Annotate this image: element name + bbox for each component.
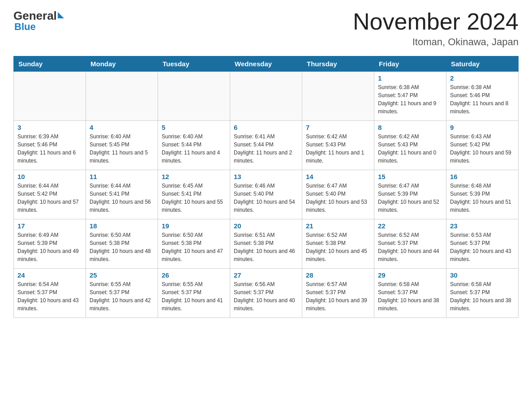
weekday-header-friday: Friday: [374, 56, 446, 72]
day-info: Sunrise: 6:55 AM Sunset: 5:37 PM Dayligh…: [162, 280, 226, 313]
day-number: 5: [162, 124, 226, 131]
day-number: 30: [450, 271, 515, 279]
day-number: 26: [162, 271, 226, 279]
calendar-cell: 9Sunrise: 6:43 AM Sunset: 5:42 PM Daylig…: [446, 121, 519, 170]
calendar-table: SundayMondayTuesdayWednesdayThursdayFrid…: [13, 56, 519, 318]
calendar-cell: 25Sunrise: 6:55 AM Sunset: 5:37 PM Dayli…: [86, 269, 158, 318]
day-info: Sunrise: 6:54 AM Sunset: 5:37 PM Dayligh…: [17, 280, 82, 313]
day-number: 3: [17, 124, 82, 131]
calendar-cell: 29Sunrise: 6:58 AM Sunset: 5:37 PM Dayli…: [374, 269, 446, 318]
calendar-cell: 19Sunrise: 6:50 AM Sunset: 5:38 PM Dayli…: [158, 219, 230, 269]
calendar-cell: 11Sunrise: 6:44 AM Sunset: 5:41 PM Dayli…: [86, 170, 158, 219]
month-title: November 2024: [353, 9, 519, 34]
day-number: 10: [17, 173, 82, 180]
calendar-cell: 22Sunrise: 6:52 AM Sunset: 5:37 PM Dayli…: [374, 219, 446, 269]
day-number: 25: [90, 271, 154, 279]
calendar-cell: 26Sunrise: 6:55 AM Sunset: 5:37 PM Dayli…: [158, 269, 230, 318]
day-info: Sunrise: 6:47 AM Sunset: 5:39 PM Dayligh…: [378, 182, 442, 214]
day-info: Sunrise: 6:51 AM Sunset: 5:38 PM Dayligh…: [234, 231, 298, 263]
calendar-cell: 30Sunrise: 6:58 AM Sunset: 5:37 PM Dayli…: [446, 269, 519, 318]
day-number: 15: [378, 173, 442, 180]
calendar-header-row: SundayMondayTuesdayWednesdayThursdayFrid…: [14, 56, 519, 72]
day-info: Sunrise: 6:42 AM Sunset: 5:43 PM Dayligh…: [378, 133, 442, 165]
day-number: 17: [17, 222, 82, 230]
day-number: 4: [90, 124, 154, 131]
calendar-cell: 21Sunrise: 6:52 AM Sunset: 5:38 PM Dayli…: [302, 219, 374, 269]
calendar-cell: 12Sunrise: 6:45 AM Sunset: 5:41 PM Dayli…: [158, 170, 230, 219]
day-number: 14: [306, 173, 370, 180]
calendar-cell: 14Sunrise: 6:47 AM Sunset: 5:40 PM Dayli…: [302, 170, 374, 219]
calendar-cell: 6Sunrise: 6:41 AM Sunset: 5:44 PM Daylig…: [230, 121, 302, 170]
calendar-cell: 10Sunrise: 6:44 AM Sunset: 5:42 PM Dayli…: [14, 170, 86, 219]
day-info: Sunrise: 6:42 AM Sunset: 5:43 PM Dayligh…: [306, 133, 370, 165]
calendar-cell: 8Sunrise: 6:42 AM Sunset: 5:43 PM Daylig…: [374, 121, 446, 170]
weekday-header-saturday: Saturday: [446, 56, 519, 72]
day-info: Sunrise: 6:40 AM Sunset: 5:45 PM Dayligh…: [90, 133, 154, 165]
calendar-week-row: 24Sunrise: 6:54 AM Sunset: 5:37 PM Dayli…: [14, 269, 519, 318]
calendar-cell: 13Sunrise: 6:46 AM Sunset: 5:40 PM Dayli…: [230, 170, 302, 219]
day-number: 18: [90, 222, 154, 230]
day-info: Sunrise: 6:43 AM Sunset: 5:42 PM Dayligh…: [450, 133, 515, 165]
calendar-week-row: 3Sunrise: 6:39 AM Sunset: 5:46 PM Daylig…: [14, 121, 519, 170]
calendar-cell: 4Sunrise: 6:40 AM Sunset: 5:45 PM Daylig…: [86, 121, 158, 170]
calendar-cell: 3Sunrise: 6:39 AM Sunset: 5:46 PM Daylig…: [14, 121, 86, 170]
day-info: Sunrise: 6:58 AM Sunset: 5:37 PM Dayligh…: [450, 280, 515, 313]
calendar-cell: 24Sunrise: 6:54 AM Sunset: 5:37 PM Dayli…: [14, 269, 86, 318]
day-number: 8: [378, 124, 442, 131]
calendar-cell: 20Sunrise: 6:51 AM Sunset: 5:38 PM Dayli…: [230, 219, 302, 269]
weekday-header-monday: Monday: [86, 56, 158, 72]
calendar-cell: 7Sunrise: 6:42 AM Sunset: 5:43 PM Daylig…: [302, 121, 374, 170]
calendar-week-row: 10Sunrise: 6:44 AM Sunset: 5:42 PM Dayli…: [14, 170, 519, 219]
day-number: 16: [450, 173, 515, 180]
day-info: Sunrise: 6:52 AM Sunset: 5:38 PM Dayligh…: [306, 231, 370, 263]
day-info: Sunrise: 6:57 AM Sunset: 5:37 PM Dayligh…: [306, 280, 370, 313]
day-info: Sunrise: 6:55 AM Sunset: 5:37 PM Dayligh…: [90, 280, 154, 313]
calendar-cell: [302, 72, 374, 121]
day-number: 20: [234, 222, 298, 230]
day-info: Sunrise: 6:38 AM Sunset: 5:46 PM Dayligh…: [450, 83, 515, 116]
day-info: Sunrise: 6:44 AM Sunset: 5:42 PM Dayligh…: [17, 182, 82, 214]
day-number: 11: [90, 173, 154, 180]
calendar-cell: 2Sunrise: 6:38 AM Sunset: 5:46 PM Daylig…: [446, 72, 519, 121]
calendar-cell: [14, 72, 86, 121]
logo-blue: Blue: [14, 21, 36, 33]
day-number: 2: [450, 74, 515, 82]
day-info: Sunrise: 6:40 AM Sunset: 5:44 PM Dayligh…: [162, 133, 226, 165]
weekday-header-thursday: Thursday: [302, 56, 374, 72]
calendar-cell: 23Sunrise: 6:53 AM Sunset: 5:37 PM Dayli…: [446, 219, 519, 269]
calendar-week-row: 1Sunrise: 6:38 AM Sunset: 5:47 PM Daylig…: [14, 72, 519, 121]
day-number: 28: [306, 271, 370, 279]
calendar-cell: 1Sunrise: 6:38 AM Sunset: 5:47 PM Daylig…: [374, 72, 446, 121]
day-info: Sunrise: 6:56 AM Sunset: 5:37 PM Dayligh…: [234, 280, 298, 313]
weekday-header-sunday: Sunday: [14, 56, 86, 72]
day-info: Sunrise: 6:53 AM Sunset: 5:37 PM Dayligh…: [450, 231, 515, 263]
weekday-header-wednesday: Wednesday: [230, 56, 302, 72]
day-number: 19: [162, 222, 226, 230]
calendar-cell: [86, 72, 158, 121]
calendar-cell: 5Sunrise: 6:40 AM Sunset: 5:44 PM Daylig…: [158, 121, 230, 170]
day-info: Sunrise: 6:39 AM Sunset: 5:46 PM Dayligh…: [17, 133, 82, 165]
calendar-cell: [158, 72, 230, 121]
day-info: Sunrise: 6:44 AM Sunset: 5:41 PM Dayligh…: [90, 182, 154, 214]
calendar-cell: 28Sunrise: 6:57 AM Sunset: 5:37 PM Dayli…: [302, 269, 374, 318]
calendar-cell: 15Sunrise: 6:47 AM Sunset: 5:39 PM Dayli…: [374, 170, 446, 219]
calendar-week-row: 17Sunrise: 6:49 AM Sunset: 5:39 PM Dayli…: [14, 219, 519, 269]
day-info: Sunrise: 6:47 AM Sunset: 5:40 PM Dayligh…: [306, 182, 370, 214]
logo-triangle-icon: [58, 12, 64, 18]
day-number: 27: [234, 271, 298, 279]
calendar-cell: 16Sunrise: 6:48 AM Sunset: 5:39 PM Dayli…: [446, 170, 519, 219]
calendar-cell: 27Sunrise: 6:56 AM Sunset: 5:37 PM Dayli…: [230, 269, 302, 318]
title-area: November 2024 Itoman, Okinawa, Japan: [353, 9, 519, 48]
day-number: 29: [378, 271, 442, 279]
day-number: 12: [162, 173, 226, 180]
day-info: Sunrise: 6:50 AM Sunset: 5:38 PM Dayligh…: [162, 231, 226, 263]
weekday-header-tuesday: Tuesday: [158, 56, 230, 72]
day-info: Sunrise: 6:48 AM Sunset: 5:39 PM Dayligh…: [450, 182, 515, 214]
location-title: Itoman, Okinawa, Japan: [353, 36, 519, 48]
day-number: 21: [306, 222, 370, 230]
day-info: Sunrise: 6:52 AM Sunset: 5:37 PM Dayligh…: [378, 231, 442, 263]
day-number: 23: [450, 222, 515, 230]
header: General Blue November 2024 Itoman, Okina…: [13, 9, 519, 48]
day-number: 1: [378, 74, 442, 82]
day-info: Sunrise: 6:50 AM Sunset: 5:38 PM Dayligh…: [90, 231, 154, 263]
